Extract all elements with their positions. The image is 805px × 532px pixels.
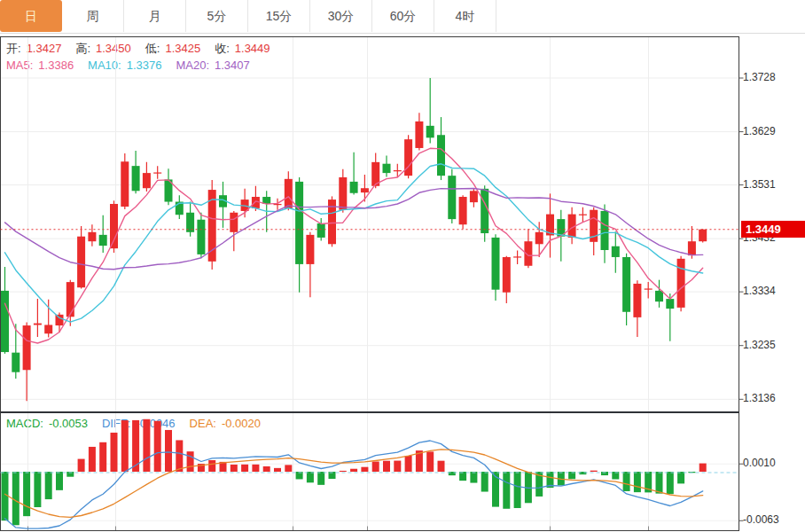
- kline-chart-app: 日周月5分15分30分60分4时 开:1.3427高:1.3450低:1.342…: [0, 0, 805, 532]
- candle-down: [481, 189, 488, 233]
- candle-up: [285, 179, 293, 208]
- candle-down: [317, 223, 325, 238]
- price-tick-label: 1.3334: [743, 285, 776, 297]
- macd-bar: [176, 440, 183, 472]
- candle-down: [132, 166, 140, 191]
- macd-bar: [99, 442, 106, 472]
- macd-bar: [121, 420, 129, 472]
- macd-bar: [590, 471, 598, 472]
- macd-bar: [361, 467, 368, 472]
- candle-up: [121, 161, 129, 207]
- macd-bar: [12, 472, 20, 525]
- candle-up: [688, 241, 696, 255]
- macd-bar: [78, 459, 85, 472]
- candle-up: [459, 197, 467, 224]
- macd-bar: [263, 466, 270, 472]
- candle-up: [645, 288, 653, 289]
- candlestick-chart[interactable]: [0, 0, 805, 532]
- candle-down: [197, 220, 205, 254]
- candle-down: [492, 238, 500, 290]
- candle-up: [306, 235, 314, 264]
- candle-up: [699, 230, 707, 241]
- candle-up: [579, 215, 587, 215]
- candle-up: [153, 172, 161, 173]
- macd-bar: [350, 469, 357, 472]
- candle-down: [350, 182, 358, 193]
- macd-bar: [285, 465, 292, 472]
- candle-up: [503, 257, 511, 293]
- macd-bar: [307, 472, 314, 482]
- candle-up: [66, 282, 74, 317]
- candle-up: [252, 197, 260, 208]
- candle-down: [622, 257, 630, 312]
- candle-down: [383, 164, 391, 173]
- macd-bar: [143, 419, 150, 472]
- macd-bar: [45, 472, 52, 499]
- candle-down: [612, 246, 620, 257]
- candle-up: [44, 325, 52, 333]
- macd-bar: [34, 472, 41, 507]
- macd-bar: [699, 464, 707, 472]
- macd-tick-label: 0.0010: [743, 457, 776, 469]
- candle-up: [513, 256, 521, 257]
- candle-down: [448, 176, 456, 219]
- price-tick-label: 1.3235: [743, 339, 776, 351]
- macd-bar: [187, 451, 194, 472]
- candle-down: [1, 291, 9, 352]
- price-tick-label: 1.3629: [743, 125, 776, 137]
- macd-bar: [89, 447, 96, 472]
- macd-bar: [165, 430, 172, 472]
- macd-bar: [426, 451, 434, 472]
- macd-bar: [340, 471, 347, 472]
- macd-bar: [677, 472, 684, 483]
- macd-bar: [514, 472, 521, 508]
- candle-down: [12, 353, 20, 372]
- candle-up: [677, 259, 685, 308]
- macd-bar: [459, 472, 466, 481]
- macd-bar: [231, 465, 238, 472]
- price-tick-label: 1.3728: [743, 71, 776, 83]
- candle-down: [437, 135, 445, 176]
- macd-bar: [372, 462, 379, 472]
- candle-up: [339, 177, 347, 210]
- macd-bar: [56, 472, 63, 490]
- macd-bar: [23, 472, 30, 516]
- macd-bar: [438, 461, 445, 472]
- macd-bar: [470, 472, 477, 483]
- macd-bar: [634, 472, 641, 492]
- macd-bar: [579, 472, 586, 474]
- macd-bar: [383, 461, 390, 472]
- macd-bar: [274, 468, 281, 472]
- current-price-tag: 1.3449: [741, 221, 805, 238]
- macd-tick-label: -0.0063: [743, 513, 779, 526]
- candle-down: [655, 291, 663, 301]
- candle-down: [99, 235, 107, 246]
- macd-bar: [394, 461, 401, 472]
- candle-up: [34, 324, 42, 325]
- candle-up: [110, 204, 118, 248]
- macd-bar: [503, 472, 510, 509]
- macd-bar: [481, 472, 488, 492]
- candle-up: [56, 315, 64, 325]
- macd-bar: [154, 421, 161, 472]
- candle-up: [361, 188, 369, 192]
- candle-up: [404, 139, 412, 176]
- candle-up: [633, 284, 641, 317]
- candle-down: [426, 126, 434, 137]
- macd-bar: [252, 465, 259, 472]
- macd-bar: [623, 472, 630, 491]
- candle-up: [23, 325, 31, 370]
- macd-bar: [317, 472, 324, 485]
- candle-up: [470, 191, 478, 202]
- macd-bar: [208, 460, 215, 472]
- price-tick-label: 1.3136: [743, 392, 776, 404]
- macd-bar: [656, 472, 663, 494]
- macd-bar: [405, 456, 412, 472]
- candle-down: [601, 211, 609, 250]
- candle-down: [666, 299, 674, 309]
- price-tick-label: 1.3531: [743, 178, 776, 191]
- candle-up: [143, 173, 151, 188]
- macd-bar: [667, 472, 674, 494]
- candle-up: [88, 232, 96, 241]
- candle-up: [394, 170, 402, 171]
